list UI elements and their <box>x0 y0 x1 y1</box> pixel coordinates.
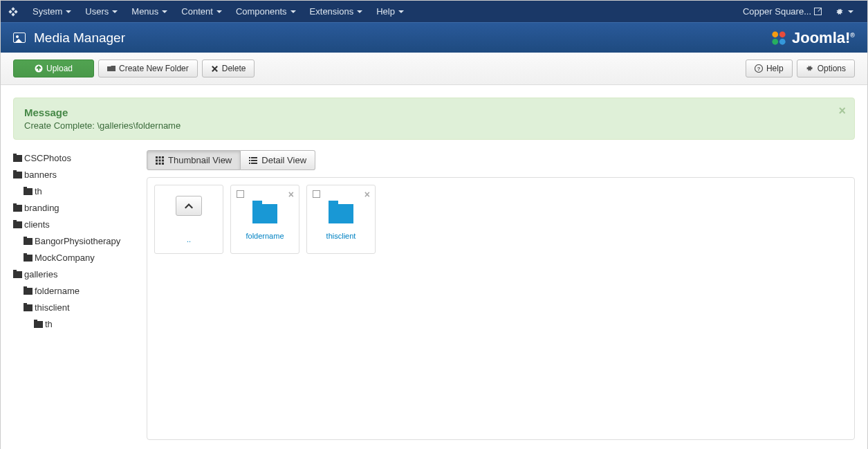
alert-close-button[interactable]: × <box>838 104 846 118</box>
delete-item-button[interactable]: × <box>364 189 370 200</box>
tree-item-mockcompany[interactable]: MockCompany <box>13 250 136 266</box>
detail-view-tab[interactable]: Detail View <box>241 150 315 170</box>
media-folder-item[interactable]: ×foldername <box>230 185 299 254</box>
delete-button[interactable]: Delete <box>202 59 255 77</box>
help-button[interactable]: ? Help <box>746 59 793 77</box>
media-item-label[interactable]: foldername <box>246 232 284 240</box>
svg-rect-21 <box>251 163 257 164</box>
view-switcher: Thumbnail View Detail View <box>147 150 855 170</box>
media-folder-item[interactable]: ×thisclient <box>306 185 376 254</box>
tree-item-cscphotos[interactable]: CSCPhotos <box>13 150 136 167</box>
tree-item-label: BangorPhysiotherapy <box>35 235 120 248</box>
tree-item-label: th <box>45 318 53 331</box>
tree-item-thisclient[interactable]: thisclient <box>13 300 136 316</box>
tree-item-label: th <box>35 185 42 199</box>
svg-point-3 <box>779 38 786 44</box>
tree-item-bangorphysiotherapy[interactable]: BangorPhysiotherapy <box>13 233 136 250</box>
svg-point-0 <box>772 31 778 37</box>
alert-body: Create Complete: \galleries\foldername <box>24 120 844 131</box>
tree-item-th[interactable]: th <box>13 316 136 333</box>
svg-rect-20 <box>249 163 250 164</box>
folder-icon <box>24 288 33 295</box>
top-navigation: System Users Menus Content Components Ex… <box>1 1 867 22</box>
close-icon <box>211 65 219 73</box>
tree-item-label: galleries <box>24 268 57 282</box>
up-label: .. <box>187 235 191 244</box>
caret-down-icon <box>290 10 296 13</box>
media-up-item[interactable]: .. <box>154 185 223 254</box>
svg-rect-11 <box>159 159 161 161</box>
list-icon <box>249 156 257 165</box>
svg-point-2 <box>772 38 778 44</box>
settings-menu[interactable] <box>829 1 860 22</box>
upload-icon <box>35 64 43 73</box>
checkbox[interactable] <box>237 190 244 198</box>
tree-item-th[interactable]: th <box>13 183 136 200</box>
folder-icon <box>24 255 33 262</box>
gear-icon <box>806 64 814 73</box>
svg-rect-9 <box>162 156 164 158</box>
svg-rect-13 <box>156 163 158 165</box>
tree-item-galleries[interactable]: galleries <box>13 266 136 283</box>
svg-rect-10 <box>156 159 158 161</box>
nav-users[interactable]: Users <box>78 1 124 22</box>
toolbar: Upload Create New Folder Delete ? Help O… <box>1 53 867 85</box>
svg-rect-18 <box>249 160 250 161</box>
page-title: Media Manager <box>34 30 125 46</box>
tree-item-banners[interactable]: banners <box>13 167 136 183</box>
folder-icon <box>24 304 33 311</box>
nav-content[interactable]: Content <box>174 1 229 22</box>
tree-item-foldername[interactable]: foldername <box>13 283 136 300</box>
thumbnail-view-tab[interactable]: Thumbnail View <box>147 150 241 170</box>
tree-item-label: CSCPhotos <box>24 152 71 165</box>
tree-item-label: clients <box>24 218 50 232</box>
nav-components[interactable]: Components <box>229 1 303 22</box>
alert-title: Message <box>24 107 844 118</box>
page-header: Media Manager Joomla!® <box>1 22 867 53</box>
media-grid: .. ×foldername×thisclient <box>147 177 855 440</box>
nav-menus[interactable]: Menus <box>124 1 174 22</box>
tree-item-clients[interactable]: clients <box>13 217 136 233</box>
tree-item-branding[interactable]: branding <box>13 200 136 217</box>
create-folder-button[interactable]: Create New Folder <box>98 59 198 77</box>
joomla-brand: Joomla!® <box>769 28 855 48</box>
caret-down-icon <box>216 10 222 13</box>
svg-rect-15 <box>162 163 164 165</box>
checkbox[interactable] <box>313 190 320 198</box>
folder-icon <box>13 221 22 228</box>
nav-help[interactable]: Help <box>369 1 411 22</box>
site-preview-link[interactable]: Copper Square... <box>736 1 829 22</box>
svg-rect-19 <box>251 160 257 161</box>
svg-rect-16 <box>249 157 250 158</box>
caret-down-icon <box>162 10 167 13</box>
nav-extensions[interactable]: Extensions <box>303 1 370 22</box>
folder-icon <box>13 172 22 178</box>
up-button[interactable] <box>176 196 202 216</box>
options-button[interactable]: Options <box>797 59 855 77</box>
help-icon: ? <box>755 64 763 73</box>
delete-item-button[interactable]: × <box>288 189 294 200</box>
joomla-icon <box>8 6 19 17</box>
chevron-up-icon <box>185 203 193 209</box>
gear-icon <box>835 7 844 16</box>
caret-down-icon <box>398 10 404 13</box>
folder-icon <box>34 321 43 328</box>
svg-rect-17 <box>251 157 257 158</box>
caret-down-icon <box>848 10 853 13</box>
grid-icon <box>156 156 164 165</box>
upload-button[interactable]: Upload <box>13 59 94 77</box>
folder-icon <box>13 205 22 212</box>
folder-icon <box>13 155 22 162</box>
svg-rect-12 <box>162 159 164 161</box>
folder-icon <box>24 188 33 195</box>
tree-item-label: branding <box>24 201 59 215</box>
media-item-label[interactable]: thisclient <box>326 232 356 240</box>
nav-system[interactable]: System <box>26 1 78 22</box>
caret-down-icon <box>357 10 362 13</box>
svg-rect-8 <box>159 156 161 158</box>
alert-message: × Message Create Complete: \galleries\fo… <box>13 98 855 140</box>
folder-icon <box>252 204 277 223</box>
tree-item-label: foldername <box>35 284 80 298</box>
tree-item-label: thisclient <box>35 301 70 315</box>
caret-down-icon <box>66 10 71 13</box>
